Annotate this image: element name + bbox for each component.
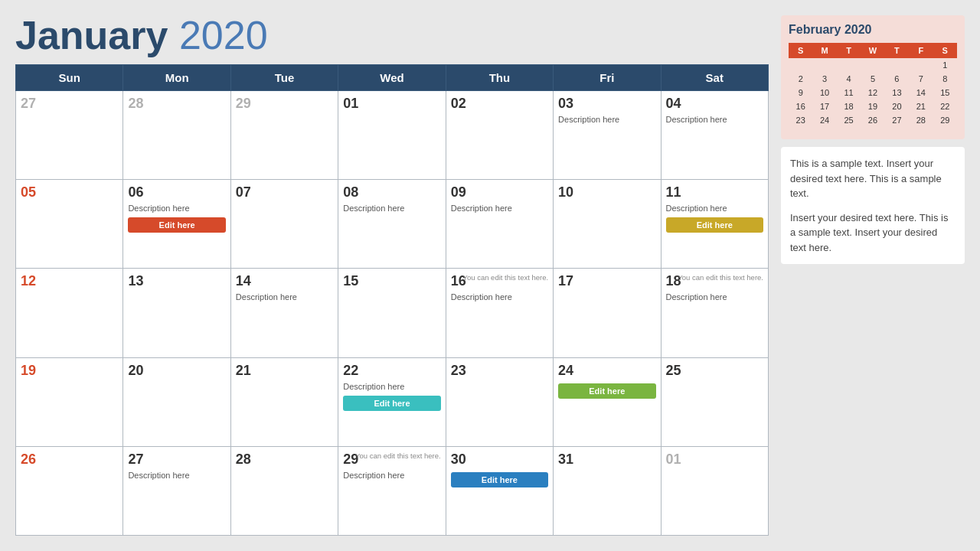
edit-button[interactable]: Edit here	[343, 396, 440, 411]
mini-calendar-cell: 1	[933, 58, 957, 72]
calendar-cell: 24Edit here	[554, 357, 661, 446]
mini-calendar-cell: 20	[885, 99, 909, 113]
calendar-cell: 30Edit here	[446, 446, 553, 535]
calendar-cell: 03Description here	[554, 91, 661, 180]
calendar-cell: 11Description hereEdit here	[661, 180, 768, 269]
sidebar-text-2: Insert your desired text here. This is a…	[790, 210, 956, 256]
mini-calendar-cell: 12	[861, 86, 884, 99]
edit-button[interactable]: Edit here	[128, 217, 225, 233]
mini-calendar-cell: 21	[909, 99, 933, 113]
day-number: 12	[21, 273, 118, 289]
calendar-cell: 16You can edit this text here.Descriptio…	[446, 269, 553, 357]
day-number: 27	[128, 452, 225, 468]
day-description: Description here	[343, 204, 440, 213]
day-number: 26	[21, 452, 118, 468]
calendar-cell: 25	[661, 357, 768, 446]
mini-calendar-cell: 28	[909, 113, 933, 127]
day-description: Description here	[666, 204, 763, 213]
mini-calendar-cell	[909, 127, 933, 132]
day-description: Description here	[128, 204, 225, 213]
weekday-header: Sun	[16, 65, 123, 91]
calendar-cell: 02	[446, 91, 553, 180]
mini-calendar-cell: 29	[933, 113, 957, 127]
mini-calendar-cell	[861, 127, 884, 132]
calendar-cell: 13	[123, 269, 230, 357]
day-description: Description here	[128, 471, 225, 480]
mini-calendar-cell: 6	[885, 72, 909, 86]
mini-calendar-cell: 26	[861, 113, 884, 127]
calendar-cell: 09Description here	[446, 180, 553, 269]
calendar-cell: 12	[16, 269, 123, 357]
day-number: 11	[666, 184, 763, 201]
day-description: Description here	[666, 292, 763, 302]
day-number: 19	[21, 363, 118, 379]
mini-weekday-header: S	[789, 43, 812, 58]
mini-calendar-cell	[861, 58, 884, 72]
weekday-header: Wed	[338, 65, 446, 91]
day-number: 20	[128, 363, 225, 379]
day-number: 21	[236, 363, 333, 379]
day-number: 05	[21, 184, 118, 201]
mini-calendar-cell: 17	[812, 99, 836, 113]
mini-calendar-cell: 16	[789, 99, 812, 113]
sidebar-text-box: This is a sample text. Insert your desir…	[781, 147, 965, 264]
sidebar-text-1: This is a sample text. Insert your desir…	[790, 156, 956, 201]
mini-calendar-cell	[933, 127, 957, 132]
day-number: 29	[236, 96, 333, 112]
mini-calendar-cell	[909, 58, 933, 72]
weekday-header: Tue	[230, 65, 338, 91]
mini-calendar-cell: 22	[933, 99, 957, 113]
calendar-cell: 05	[16, 180, 123, 269]
mini-calendar-cell: 15	[933, 86, 957, 99]
calendar-cell: 19	[16, 357, 123, 446]
day-number: 14	[236, 273, 333, 289]
day-number: 22	[343, 363, 440, 379]
mini-weekday-header: F	[909, 43, 933, 58]
sidebar: February 2020 SMTWTFS 123456789101112131…	[781, 15, 965, 536]
weekday-header: Mon	[123, 65, 230, 91]
mini-calendar-cell: 14	[909, 86, 933, 99]
edit-button[interactable]: Edit here	[666, 217, 763, 233]
day-number: 03	[558, 96, 655, 112]
day-description: Description here	[343, 382, 440, 391]
mini-calendar-cell: 9	[789, 86, 812, 99]
year-label: 2020	[168, 13, 267, 57]
day-number: 30	[451, 452, 548, 468]
edit-button[interactable]: Edit here	[451, 472, 548, 487]
weekday-header: Thu	[446, 65, 553, 91]
day-number: 23	[451, 363, 548, 379]
day-number: 28	[128, 96, 225, 112]
day-description: Description here	[343, 471, 440, 480]
edit-button[interactable]: Edit here	[558, 383, 655, 399]
calendar-cell: 17	[554, 269, 661, 357]
day-description: Description here	[236, 292, 333, 302]
mini-calendar-cell	[789, 58, 812, 72]
mini-calendar-cell	[885, 58, 909, 72]
mini-calendar-cell	[812, 58, 836, 72]
day-number: 15	[343, 273, 440, 289]
day-number: 01	[343, 96, 440, 112]
page-title: January 2020	[15, 15, 769, 55]
day-number: 06	[128, 184, 225, 201]
day-description: Description here	[666, 115, 763, 124]
day-number: 04	[666, 96, 763, 112]
calendar-cell: 06Description hereEdit here	[123, 180, 230, 269]
mini-calendar-cell	[837, 127, 861, 132]
mini-calendar-cell	[812, 127, 836, 132]
calendar-cell: 31	[554, 446, 661, 535]
mini-calendar-cell: 27	[885, 113, 909, 127]
day-number: 02	[451, 96, 548, 112]
calendar-cell: 28	[123, 91, 230, 180]
day-description: Description here	[558, 115, 655, 124]
day-note: You can edit this text here.	[678, 273, 763, 282]
mini-calendar-cell	[837, 58, 861, 72]
mini-calendar-cell: 24	[812, 113, 836, 127]
mini-weekday-header: W	[861, 43, 884, 58]
calendar-cell: 22Description hereEdit here	[338, 357, 446, 446]
day-number: 28	[236, 452, 333, 468]
day-number: 08	[343, 184, 440, 201]
day-number: 01	[666, 452, 763, 468]
mini-calendar-cell	[885, 127, 909, 132]
calendar-cell: 15	[338, 269, 446, 357]
calendar-cell: 21	[230, 357, 338, 446]
